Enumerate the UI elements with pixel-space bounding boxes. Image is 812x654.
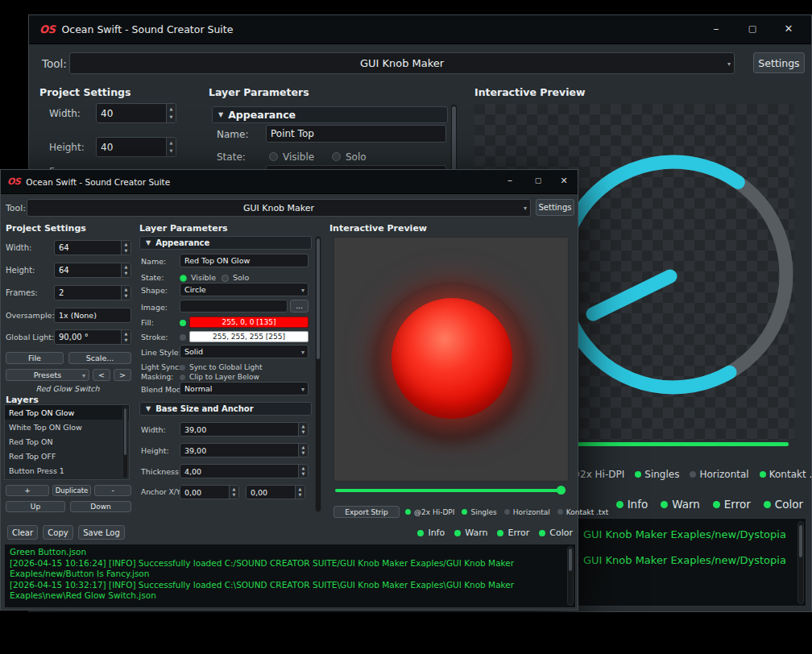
spin-down-icon[interactable]: ▼: [299, 493, 302, 497]
stroke-enable-dot[interactable]: [180, 334, 186, 341]
close-button[interactable]: ✕: [557, 176, 571, 186]
height-spinner[interactable]: 40 ▲▼: [96, 137, 176, 157]
spin-up-icon[interactable]: ▲: [170, 107, 173, 111]
anchor-y-spinner[interactable]: 0,00 ▲▼: [246, 485, 305, 499]
layer-list-item[interactable]: White Top ON Glow: [5, 420, 129, 434]
spinner-arrows[interactable]: ▲▼: [121, 286, 130, 300]
duplicate-layer-button[interactable]: Duplicate: [52, 485, 91, 496]
spin-up-icon[interactable]: ▲: [170, 141, 173, 145]
spin-up-icon[interactable]: ▲: [302, 424, 305, 428]
preset-next-button[interactable]: >: [114, 369, 131, 381]
check-2x-hidpi[interactable]: @2x Hi-DPI: [405, 508, 454, 516]
spin-up-icon[interactable]: ▲: [233, 487, 236, 491]
presets-dropdown[interactable]: Presets ▾: [6, 369, 89, 381]
legend-warn[interactable]: Warn: [661, 498, 700, 511]
spin-down-icon[interactable]: ▼: [125, 271, 128, 275]
spinner-arrows[interactable]: ▲▼: [166, 138, 176, 156]
name-input[interactable]: Point Top: [266, 125, 446, 143]
spin-up-icon[interactable]: ▲: [125, 242, 128, 246]
layer-list-item[interactable]: Button Press 1: [5, 463, 129, 478]
appearance-collapse-bar[interactable]: ▼ Appearance: [139, 236, 312, 250]
preview-slider-track[interactable]: [335, 489, 566, 492]
fill-enable-dot[interactable]: [180, 320, 186, 326]
oversample-dropdown[interactable]: 1x (None): [54, 308, 131, 323]
settings-button[interactable]: Settings: [753, 52, 805, 73]
minimize-button[interactable]: –: [503, 175, 517, 186]
solo-radio[interactable]: [332, 152, 341, 161]
check-horizontal[interactable]: Horizontal: [504, 508, 550, 516]
scrollbar-thumb[interactable]: [569, 548, 572, 571]
close-button[interactable]: ✕: [781, 23, 796, 35]
spinner-arrows[interactable]: ▲▼: [166, 104, 176, 122]
spin-down-icon[interactable]: ▼: [233, 493, 236, 497]
layers-scrollbar[interactable]: [122, 406, 128, 478]
export-strip-button[interactable]: Export Strip: [334, 506, 400, 518]
solo-radio[interactable]: [222, 275, 229, 282]
scale-button[interactable]: Scale...: [68, 352, 131, 364]
titlebar[interactable]: OS Ocean Swift - Sound Creator Suite – ▢…: [29, 15, 811, 44]
log-output[interactable]: Green Button.json [2026-04-15 10:16:24] …: [4, 544, 576, 608]
legend-info[interactable]: Info: [417, 528, 445, 538]
add-layer-button[interactable]: +: [6, 485, 49, 496]
fill-color-swatch[interactable]: 255, 0, 0 [135]: [189, 317, 309, 328]
spin-down-icon[interactable]: ▼: [302, 430, 305, 434]
spin-up-icon[interactable]: ▲: [299, 487, 302, 491]
settings-button[interactable]: Settings: [536, 199, 574, 216]
spin-up-icon[interactable]: ▲: [302, 445, 305, 449]
visible-radio[interactable]: [269, 152, 278, 161]
blend-mode-dropdown[interactable]: Normal ▾: [180, 382, 309, 395]
spin-down-icon[interactable]: ▼: [302, 472, 305, 476]
image-input[interactable]: [180, 300, 288, 313]
spinner-arrows[interactable]: ▲▼: [121, 330, 130, 344]
scrollbar-thumb[interactable]: [124, 408, 126, 455]
spin-up-icon[interactable]: ▲: [125, 332, 128, 336]
spin-down-icon[interactable]: ▼: [125, 338, 128, 342]
base-height-spinner[interactable]: 39,00 ▲▼: [180, 443, 309, 457]
spin-down-icon[interactable]: ▼: [170, 149, 173, 153]
layer-list-item[interactable]: Red Top ON: [5, 434, 129, 449]
visible-radio[interactable]: [180, 275, 187, 282]
spinner-arrows[interactable]: ▲▼: [295, 486, 304, 499]
titlebar[interactable]: OS Ocean Swift - Sound Creator Suite – ▢…: [1, 170, 578, 194]
legend-warn[interactable]: Warn: [454, 528, 487, 538]
spin-up-icon[interactable]: ▲: [302, 466, 305, 470]
base-width-spinner[interactable]: 39,00 ▲▼: [180, 422, 309, 437]
scrollbar-thumb[interactable]: [317, 238, 320, 359]
layer-up-button[interactable]: Up: [6, 501, 65, 512]
log-scrollbar[interactable]: [567, 546, 574, 606]
name-input[interactable]: Red Top ON Glow: [180, 254, 309, 267]
maximize-button[interactable]: ▢: [745, 23, 760, 34]
tool-dropdown[interactable]: GUI Knob Maker ▾: [69, 52, 735, 74]
shape-dropdown[interactable]: Circle ▾: [180, 283, 309, 296]
legend-error[interactable]: Error: [713, 498, 751, 511]
spinner-arrows[interactable]: ▲▼: [229, 486, 238, 499]
copy-log-button[interactable]: Copy: [43, 525, 73, 540]
preset-prev-button[interactable]: <: [93, 369, 110, 381]
check-singles[interactable]: Singles: [462, 508, 496, 516]
check-horizontal[interactable]: Horizontal: [690, 469, 748, 480]
legend-color[interactable]: Color: [764, 498, 803, 511]
frames-spinner[interactable]: 2 ▲▼: [54, 285, 131, 300]
image-browse-button[interactable]: ...: [290, 300, 309, 313]
masking-checkbox[interactable]: [180, 375, 185, 380]
file-button[interactable]: File: [6, 352, 64, 364]
check-kontakt[interactable]: Kontakt .txt: [557, 508, 609, 516]
interactive-preview-canvas[interactable]: [334, 237, 569, 482]
remove-layer-button[interactable]: -: [94, 485, 131, 496]
height-spinner[interactable]: 64 ▲▼: [54, 263, 131, 278]
light-sync-checkbox[interactable]: [180, 365, 185, 370]
spinner-arrows[interactable]: ▲▼: [298, 465, 308, 478]
maximize-button[interactable]: ▢: [531, 176, 545, 184]
tool-dropdown[interactable]: GUI Knob Maker ▾: [27, 199, 531, 217]
spin-down-icon[interactable]: ▼: [170, 115, 173, 119]
scrollbar-thumb[interactable]: [799, 525, 802, 557]
legend-color[interactable]: Color: [539, 528, 573, 538]
layer-params-scrollbar[interactable]: [315, 236, 321, 512]
spin-down-icon[interactable]: ▼: [302, 451, 305, 455]
spinner-arrows[interactable]: ▲▼: [298, 423, 308, 436]
spinner-arrows[interactable]: ▲▼: [121, 263, 130, 277]
spinner-arrows[interactable]: ▲▼: [121, 241, 130, 255]
legend-error[interactable]: Error: [497, 528, 529, 538]
appearance-collapse-bar[interactable]: ▼ Appearance: [212, 106, 448, 123]
layer-down-button[interactable]: Down: [70, 501, 131, 512]
